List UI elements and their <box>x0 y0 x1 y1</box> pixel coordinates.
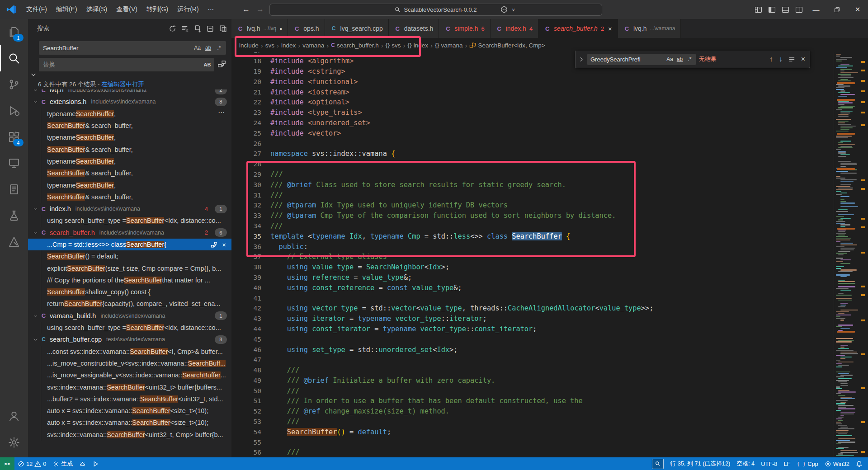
activity-item-remote-explorer[interactable] <box>0 150 28 176</box>
chevron-down-icon[interactable] <box>33 89 38 92</box>
breadcrumb-item[interactable]: {}svs <box>386 42 401 49</box>
tab-close-icon[interactable]: × <box>608 25 612 33</box>
copilot-icon[interactable] <box>497 3 511 16</box>
dismiss-icon[interactable]: × <box>222 241 226 249</box>
breadcrumb-item[interactable]: include <box>239 42 259 49</box>
tab-lvq_search.cpp[interactable]: Clvq_search.cpp <box>325 19 389 38</box>
activity-item-settings[interactable] <box>0 429 28 456</box>
activity-item-run-and-debug[interactable] <box>0 98 28 124</box>
cmake-build-button[interactable]: 生成 <box>49 457 76 470</box>
activity-item-extensions[interactable]: 4 <box>0 124 28 150</box>
menu-item-5[interactable]: 转到(G) <box>142 3 173 16</box>
forward-icon[interactable]: → <box>256 5 264 14</box>
search-match-row[interactable]: SearchBuffer& search_buffer, <box>28 191 231 203</box>
search-match-row[interactable]: SearchBuffer& search_buffer, <box>28 167 231 179</box>
breadcrumb-item[interactable]: svs <box>265 42 274 49</box>
search-match-row[interactable]: ...is_move_constructible_v<svs::index::v… <box>28 357 231 369</box>
chevron-down-icon[interactable] <box>33 99 38 104</box>
tree-file-row[interactable]: Cextensions.hinclude\svs\index\vamana8 <box>28 96 231 108</box>
find-next-icon[interactable]: ↓ <box>779 55 783 63</box>
chevron-down-icon[interactable]: ∨ <box>512 7 515 12</box>
preserve-case-toggle[interactable]: AB <box>203 60 212 70</box>
activity-item-testing[interactable] <box>0 202 28 229</box>
remote-indicator[interactable]: >< <box>0 457 14 470</box>
search-match-row[interactable]: typename SearchBuffer, <box>28 108 231 120</box>
search-match-row[interactable]: ...buffer2 = svs::index::vamana::SearchB… <box>28 393 231 405</box>
tab-index.h[interactable]: Cindex.h4 <box>491 19 538 38</box>
activity-item-cmake[interactable] <box>0 229 28 255</box>
search-match-row[interactable]: ...Cmp = std::less<>> class SearchBuffer… <box>28 239 231 250</box>
chevron-down-icon[interactable] <box>33 230 38 235</box>
eol-status[interactable]: LF <box>780 457 793 470</box>
activity-item-source-control[interactable] <box>0 71 28 98</box>
search-match-row[interactable]: typename SearchBuffer, <box>28 132 231 143</box>
search-input[interactable]: SearchBuffer Aa ab .* <box>39 41 226 55</box>
breadcrumb-item[interactable]: {}vamana <box>435 42 462 49</box>
back-icon[interactable]: ← <box>242 5 250 14</box>
breadcrumb-item[interactable]: SearchBuffer<Idx, Cmp> <box>469 42 545 49</box>
breadcrumb-item[interactable]: index <box>281 42 296 49</box>
newsearch-icon[interactable] <box>194 25 202 33</box>
code-editor[interactable]: 1718#include <algorithm>19#include <cstr… <box>231 52 834 457</box>
encoding-status[interactable]: UTF-8 <box>758 457 780 470</box>
find-regex-toggle[interactable]: .* <box>685 55 694 64</box>
cursor-position[interactable]: 行 35, 列 71 (已选择12) <box>667 457 733 470</box>
search-match-row[interactable]: svs::index::vamana::SearchBuffer<uint32_… <box>28 429 231 441</box>
search-match-row[interactable]: auto x = svs::index::vamana::SearchBuffe… <box>28 417 231 428</box>
replace-icon[interactable] <box>211 241 217 248</box>
notifications-bell[interactable] <box>853 457 868 470</box>
search-match-row[interactable]: SearchBuffer shallow_copy() const { <box>28 286 231 298</box>
toggle-secondary-sidebar-icon[interactable] <box>792 3 806 16</box>
modified-dot-icon[interactable]: ● <box>279 26 282 31</box>
tab-lvq.h[interactable]: Clvq.h...\lvq● <box>231 19 288 38</box>
search-match-row[interactable]: /// Copy the portions of the SearchBuffe… <box>28 274 231 286</box>
refresh-icon[interactable] <box>169 25 176 33</box>
menu-item-2[interactable]: 编辑(E) <box>52 3 82 16</box>
search-match-row[interactable]: using search_buffer_type = SearchBuffer<… <box>28 322 231 334</box>
find-close-icon[interactable]: × <box>801 55 805 63</box>
close-button[interactable]: ✕ <box>847 0 868 19</box>
search-match-row[interactable]: using search_buffer_type = SearchBuffer<… <box>28 215 231 226</box>
minimap[interactable] <box>834 52 858 457</box>
replace-all-button[interactable] <box>217 60 226 68</box>
find-match-case-toggle[interactable]: Aa <box>665 55 674 64</box>
find-input[interactable]: GreedySearchPrefi Aa ab .* <box>587 54 696 65</box>
match-case-toggle[interactable]: Aa <box>193 43 202 53</box>
language-mode[interactable]: { } Cpp <box>793 457 821 470</box>
tab-ops.h[interactable]: Cops.h <box>288 19 325 38</box>
debug-target-button[interactable] <box>76 457 89 470</box>
menu-item-3[interactable]: 选择(S) <box>82 3 112 16</box>
open-in-editor-link[interactable]: 在编辑器中打开 <box>101 81 144 88</box>
search-match-row[interactable]: svs::index::vamana::SearchBuffer<uint32_… <box>28 381 231 393</box>
toggle-sidebar-icon[interactable] <box>765 3 778 16</box>
indentation-status[interactable]: 空格: 4 <box>733 457 758 470</box>
regex-toggle[interactable]: .* <box>214 43 224 53</box>
search-match-row[interactable]: typename SearchBuffer, <box>28 179 231 191</box>
tab-simple.h[interactable]: Csimple.h6 <box>439 19 490 38</box>
search-match-row[interactable]: auto x = svs::index::vamana::SearchBuffe… <box>28 405 231 417</box>
search-match-row[interactable]: ...const svs::index::vamana::SearchBuffe… <box>28 346 231 357</box>
tree-file-row[interactable]: Clvq.hinclude\svs\extensions\vamana2 <box>28 89 231 96</box>
toggle-panel-icon[interactable] <box>778 3 792 16</box>
minimize-button[interactable]: — <box>806 0 826 19</box>
command-center[interactable]: ScalableVectorSearch-0.0.2 <box>269 4 602 16</box>
find-expand-chevron-icon[interactable] <box>578 56 584 62</box>
breadcrumb-item[interactable]: vamana <box>302 42 324 49</box>
tree-file-row[interactable]: Cvamana_build.hinclude\svs\index\vamana1 <box>28 310 231 322</box>
search-match-row[interactable]: explicit SearchBuffer(size_t size, Cmp c… <box>28 262 231 274</box>
tree-file-row[interactable]: Cindex.hinclude\svs\index\vamana41 <box>28 203 231 215</box>
openeditor-icon[interactable] <box>219 25 227 33</box>
tree-file-row[interactable]: Csearch_buffer.cpptests\svs\index\vamana… <box>28 334 231 345</box>
problems-status[interactable]: 12 0 <box>14 457 49 470</box>
activity-item-explorer[interactable]: 1 <box>0 19 28 45</box>
toggle-replace-chevron-icon[interactable] <box>30 71 37 78</box>
breadcrumb-item[interactable]: Csearch_buffer.h <box>331 42 379 49</box>
search-match-row[interactable]: SearchBuffer() = default; <box>28 250 231 262</box>
tab-search_buffer.h[interactable]: Csearch_buffer.h2× <box>538 19 618 38</box>
chevron-down-icon[interactable] <box>33 314 38 318</box>
whole-word-toggle[interactable]: ab <box>203 43 213 53</box>
menu-item-4[interactable]: 查看(V) <box>112 3 142 16</box>
find-previous-icon[interactable]: ↑ <box>769 55 773 63</box>
tree-file-row[interactable]: Csearch_buffer.hinclude\svs\index\vamana… <box>28 227 231 239</box>
search-match-row[interactable]: SearchBuffer& search_buffer, <box>28 120 231 132</box>
